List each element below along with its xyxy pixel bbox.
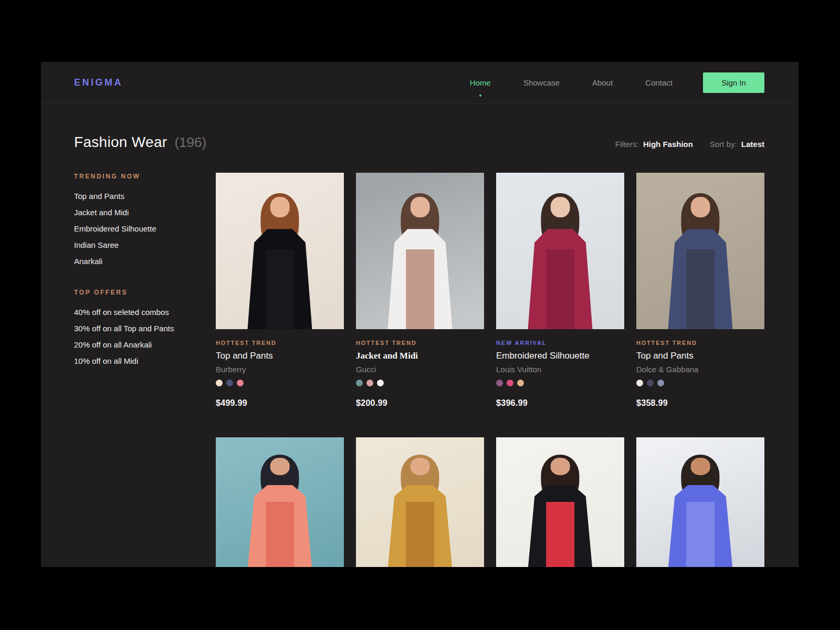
filters-label: Filters: (615, 140, 639, 149)
filter-sort-controls: Filters: High Fashion Sort by: Latest (615, 140, 764, 149)
product-photo[interactable] (636, 173, 764, 329)
sort-label: Sort by: (710, 140, 737, 149)
product-photo[interactable] (216, 437, 344, 567)
page-header-row: Fashion Wear (196) Filters: High Fashion… (74, 134, 764, 151)
product-trend-label: HOTTEST TREND (216, 340, 344, 346)
color-swatch[interactable] (517, 380, 524, 386)
sidebar-item[interactable]: Embroidered Silhouette (74, 224, 216, 233)
main-content: Fashion Wear (196) Filters: High Fashion… (41, 134, 799, 567)
product-photo[interactable] (636, 437, 764, 567)
main-nav: Home Showcase About Contact (470, 78, 673, 87)
color-swatch[interactable] (356, 380, 363, 386)
trending-now-heading: TRENDING NOW (74, 173, 216, 180)
figure-outfit-accent (406, 502, 434, 567)
color-swatch[interactable] (636, 380, 643, 386)
color-swatch[interactable] (507, 380, 513, 386)
nav-item-label: Showcase (523, 78, 560, 87)
figure-outfit-accent (686, 249, 715, 329)
product-photo[interactable] (496, 437, 624, 567)
filters-control: Filters: High Fashion (615, 140, 693, 149)
sign-in-button[interactable]: Sign In (703, 72, 764, 93)
product-brand: Burberry (216, 365, 344, 374)
color-swatch[interactable] (647, 380, 654, 386)
color-swatch[interactable] (226, 380, 233, 386)
product-card[interactable] (216, 437, 344, 567)
nav-item-label: Home (470, 78, 491, 87)
product-card[interactable]: NEW ARRIVAL Embroidered Silhouette Louis… (496, 173, 624, 408)
product-title: Top and Pants (636, 351, 764, 361)
product-brand: Dolce & Gabbana (636, 365, 764, 374)
product-trend-label: HOTTEST TREND (636, 340, 764, 346)
top-offers-heading: TOP OFFERS (74, 289, 216, 296)
sidebar-item[interactable]: Anarkali (74, 257, 216, 266)
product-card[interactable] (496, 437, 624, 567)
app-window: ENIGMA Home Showcase About Contact Sign … (41, 62, 799, 567)
figure-outfit-accent (546, 249, 574, 329)
product-title: Top and Pants (216, 351, 344, 361)
product-photo[interactable] (496, 173, 624, 329)
sidebar-item[interactable]: 10% off on all Midi (74, 356, 216, 365)
product-price: $396.99 (496, 398, 624, 408)
nav-item-label: Contact (645, 78, 673, 87)
product-card[interactable] (636, 437, 764, 567)
sidebar-item[interactable]: Jacket and Midi (74, 208, 216, 217)
product-price: $499.99 (216, 398, 344, 408)
product-trend-label: NEW ARRIVAL (496, 340, 624, 346)
sort-value[interactable]: Latest (741, 140, 764, 149)
color-swatches (636, 380, 764, 386)
sidebar-item[interactable]: Indian Saree (74, 240, 216, 249)
color-swatch[interactable] (377, 380, 384, 386)
figure-outfit-accent (266, 502, 294, 567)
content-area: TRENDING NOW Top and PantsJacket and Mid… (74, 173, 764, 567)
figure-head (691, 197, 710, 217)
trending-now-list: Top and PantsJacket and MidiEmbroidered … (74, 192, 216, 266)
sidebar: TRENDING NOW Top and PantsJacket and Mid… (74, 173, 216, 567)
product-card[interactable] (356, 437, 484, 567)
color-swatch[interactable] (657, 380, 664, 386)
color-swatch[interactable] (237, 380, 244, 386)
figure-head (411, 458, 430, 475)
product-title: Jacket and Midi (356, 351, 484, 361)
color-swatch[interactable] (366, 380, 373, 386)
product-grid-wrap: HOTTEST TREND Top and Pants Burberry $49… (216, 173, 764, 567)
product-photo[interactable] (356, 173, 484, 329)
top-offers-list: 40% off on seleted combos30% off on all … (74, 308, 216, 365)
color-swatch[interactable] (216, 380, 223, 386)
sidebar-item[interactable]: 40% off on seleted combos (74, 308, 216, 317)
figure-outfit-accent (266, 249, 294, 329)
filters-value[interactable]: High Fashion (643, 140, 693, 149)
product-grid-row-1: HOTTEST TREND Top and Pants Burberry $49… (216, 173, 764, 408)
color-swatches (496, 380, 624, 386)
page-title: Fashion Wear (74, 134, 167, 151)
nav-item-contact[interactable]: Contact (645, 78, 673, 87)
nav-item-home[interactable]: Home (470, 78, 491, 87)
result-count: (196) (174, 134, 206, 151)
color-swatches (216, 380, 344, 386)
sidebar-item[interactable]: Top and Pants (74, 192, 216, 201)
top-offers-section: TOP OFFERS 40% off on seleted combos30% … (74, 289, 216, 365)
product-photo[interactable] (216, 173, 344, 329)
product-card[interactable]: HOTTEST TREND Top and Pants Burberry $49… (216, 173, 344, 408)
brand-logo[interactable]: ENIGMA (74, 77, 123, 88)
product-brand: Gucci (356, 365, 484, 374)
product-trend-label: HOTTEST TREND (356, 340, 484, 346)
sidebar-item[interactable]: 20% off on all Anarkali (74, 340, 216, 349)
figure-outfit-accent (686, 502, 715, 567)
nav-item-showcase[interactable]: Showcase (523, 78, 560, 87)
trending-now-section: TRENDING NOW Top and PantsJacket and Mid… (74, 173, 216, 266)
active-indicator-dot (479, 94, 481, 97)
figure-outfit-accent (406, 249, 434, 329)
figure-head (270, 197, 290, 217)
nav-item-about[interactable]: About (592, 78, 613, 87)
product-photo[interactable] (356, 437, 484, 567)
figure-outfit-accent (546, 502, 574, 567)
top-navigation-bar: ENIGMA Home Showcase About Contact Sign … (41, 62, 799, 104)
product-card[interactable]: HOTTEST TREND Jacket and Midi Gucci $200… (356, 173, 484, 408)
color-swatches (356, 380, 484, 386)
color-swatch[interactable] (496, 380, 503, 386)
sidebar-item[interactable]: 30% off on all Top and Pants (74, 324, 216, 333)
sort-control: Sort by: Latest (710, 140, 764, 149)
figure-head (551, 458, 570, 475)
product-card[interactable]: HOTTEST TREND Top and Pants Dolce & Gabb… (636, 173, 764, 408)
figure-head (411, 197, 430, 217)
